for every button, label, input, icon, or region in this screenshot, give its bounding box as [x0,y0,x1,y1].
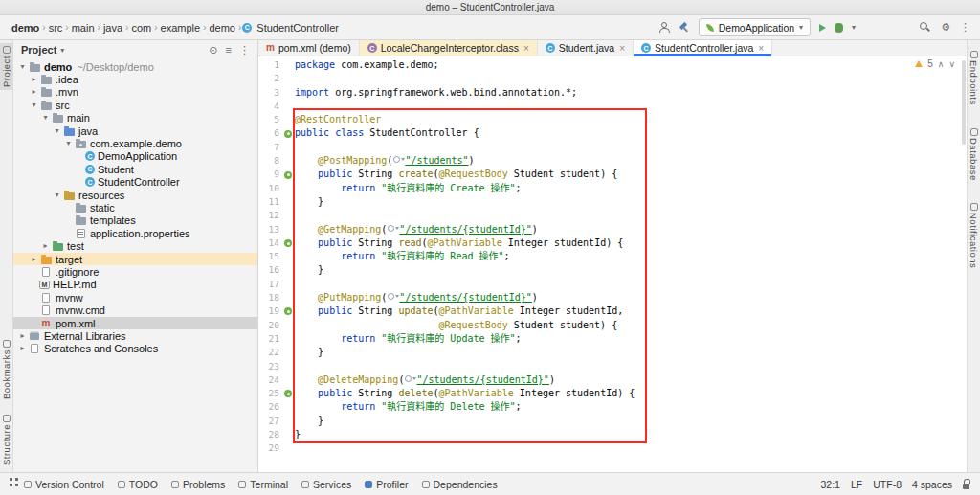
request-mapping-gutter-icon[interactable] [284,171,292,179]
url-inlay-icon[interactable] [387,292,399,301]
tool-stripe-button-notifications[interactable]: Notifications [968,200,980,271]
tree-item-student[interactable]: CStudent [13,163,257,175]
tree-item-pom-xml[interactable]: mpom.xml [13,317,257,329]
chevron-closed-icon[interactable]: ▸ [29,256,39,263]
breadcrumb-item-demo-6[interactable]: demo [207,22,237,34]
spring-bean-gutter-icon[interactable] [284,130,292,138]
tree-item-external-libraries[interactable]: ▸External Libraries [13,329,257,342]
breadcrumb-item-demo-0[interactable]: demo [10,22,41,34]
url-inlay-icon[interactable] [392,155,405,164]
tree-item-gitignore[interactable]: .gitignore [13,265,257,278]
breadcrumb-item-studentcontroller-7[interactable]: StudentController [255,22,341,34]
tree-item-idea[interactable]: ▸.idea [13,73,257,85]
next-problem-icon[interactable]: ∨ [948,59,955,69]
tool-stripe-button-endpoints[interactable]: Endpoints [968,48,980,108]
locate-file-icon[interactable]: ⊙ [209,45,217,56]
debug-button[interactable] [835,23,843,33]
code-with-me-icon[interactable] [658,22,669,33]
breadcrumb-item-example-5[interactable]: example [159,22,203,34]
run-button[interactable] [819,24,826,32]
tree-item-test[interactable]: ▸test [13,239,257,252]
tree-item-main[interactable]: ▾main [13,112,257,124]
url-inlay-icon[interactable] [404,374,416,383]
tree-item-static[interactable]: static [13,201,257,214]
more-run-options-icon[interactable]: ▾ [852,23,856,32]
run-config-label: DemoApplication [719,22,794,34]
build-hammer-icon[interactable] [678,22,690,34]
editor-tab-studentcontroller-java[interactable]: CStudentController.java× [634,40,772,56]
editor-tab-student-java[interactable]: CStudent.java× [538,40,634,56]
status-dependencies[interactable]: Dependencies [422,479,498,490]
status-profiler[interactable]: Profiler [365,479,408,490]
tree-item-scratches-and-consoles[interactable]: ▸Scratches and Consoles [13,343,257,355]
collapse-all-icon[interactable]: ≡ [226,45,232,56]
status-caret-position[interactable]: 32:1 [821,479,840,490]
chevron-closed-icon[interactable]: ▸ [17,332,28,340]
chevron-open-icon[interactable]: ▾ [40,114,51,122]
chevron-open-icon[interactable]: ▾ [52,191,62,199]
tree-item-java[interactable]: ▾java [13,124,257,137]
tree-item-target[interactable]: ▸target [13,253,257,265]
code-editor[interactable]: 5 ∧ ∨ 1package com.example.demo;23import… [258,56,967,472]
tool-stripe-button-structure[interactable]: Structure [0,412,13,468]
url-inlay-icon[interactable] [387,224,399,233]
chevron-closed-icon[interactable]: ▸ [17,345,28,352]
inspections-widget[interactable]: 5 ∧ ∨ [915,58,955,69]
tree-item-src[interactable]: ▾src [13,99,257,111]
tree-item-label: main [67,112,90,124]
chevron-open-icon[interactable]: ▾ [63,140,74,147]
tool-stripe-button-bookmarks[interactable]: Bookmarks [0,337,13,402]
status-todo[interactable]: TODO [118,479,158,490]
run-config-selector[interactable]: DemoApplication ▾ [699,18,811,36]
tool-stripe-button-database[interactable]: Database [968,125,980,184]
request-mapping-gutter-icon[interactable] [284,307,292,315]
tree-item-application-properties[interactable]: application.properties [13,227,257,239]
settings-gear-icon[interactable]: ⚙ [941,22,950,33]
status-terminal[interactable]: Terminal [238,479,288,490]
lock-icon[interactable] [962,479,970,489]
tree-item-studentcontroller[interactable]: CStudentController [13,176,257,189]
chevron-open-icon[interactable]: ▾ [17,63,28,71]
status-problems[interactable]: Problems [171,479,225,490]
tree-item-com-example-demo[interactable]: ▾com.example.demo [13,137,257,149]
toolbar-actions: DemoApplication ▾ ▾ ⚙ ⋮ [658,18,970,36]
status-version-control[interactable]: Version Control [24,479,104,490]
chevron-down-icon[interactable]: ▾ [60,46,64,55]
status-line-separator[interactable]: LF [851,479,862,490]
close-icon[interactable]: × [758,43,764,54]
tree-item-templates[interactable]: templates [13,214,257,227]
chevron-open-icon[interactable]: ▾ [52,127,62,135]
tree-item-demo[interactable]: ▾demo~/Desktop/demo [13,60,257,73]
chevron-closed-icon[interactable]: ▸ [29,76,39,83]
breadcrumb-item-src-1[interactable]: src [47,22,65,34]
chevron-closed-icon[interactable]: ▸ [40,242,51,250]
kebab-menu-icon[interactable]: ⋮ [239,45,250,56]
request-mapping-gutter-icon[interactable] [284,390,292,397]
close-icon[interactable]: × [523,43,529,54]
close-icon[interactable]: × [619,43,625,54]
tree-item-mvnw-cmd[interactable]: mvnw.cmd [13,304,257,316]
status-encoding[interactable]: UTF-8 [873,479,902,490]
project-panel-title[interactable]: Project [21,44,56,56]
tree-item-mvnw[interactable]: mvnw [13,291,257,304]
kebab-menu-icon[interactable]: ⋮ [960,22,970,33]
editor-tab-pom-xml-demo[interactable]: mpom.xml (demo) [258,40,360,56]
status-indent-style[interactable]: 4 spaces [912,479,952,490]
request-mapping-gutter-icon[interactable] [284,239,292,247]
chevron-closed-icon[interactable]: ▸ [29,88,39,96]
tool-stripe-button-project[interactable]: Project [0,43,13,90]
status-services[interactable]: Services [301,479,351,490]
editor-tab-localechangeinterceptor-class[interactable]: CLocaleChangeInterceptor.class× [360,40,538,56]
tree-item-demoapplication[interactable]: CDemoApplication [13,150,257,163]
tree-item-mvn[interactable]: ▸.mvn [13,86,257,99]
tree-item-help-md[interactable]: MHELP.md [13,279,257,291]
search-icon[interactable] [920,22,931,34]
tree-item-resources[interactable]: ▾resources [13,189,257,201]
prev-problem-icon[interactable]: ∧ [938,59,945,69]
breadcrumb-item-main-2[interactable]: main [70,22,97,34]
editor-scrollbar[interactable] [962,60,966,145]
chevron-open-icon[interactable]: ▾ [29,101,39,109]
breadcrumb-item-java-3[interactable]: java [101,22,124,34]
breadcrumb-item-com-4[interactable]: com [129,22,153,34]
tool-window-grid-icon[interactable] [10,478,12,481]
